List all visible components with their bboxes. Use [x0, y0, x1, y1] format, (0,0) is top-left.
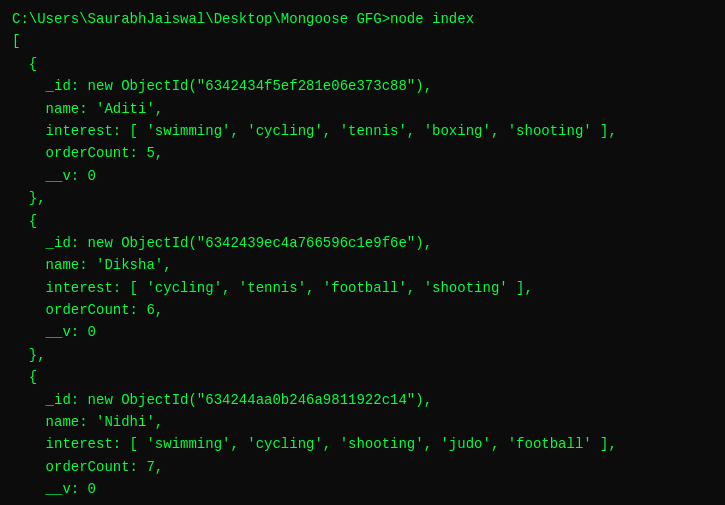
record-1-id: _id: new ObjectId("6342434f5ef281e06e373…	[12, 75, 713, 97]
record-1-v: __v: 0	[12, 165, 713, 187]
record-3-open: {	[12, 366, 713, 388]
record-2-id: _id: new ObjectId("6342439ec4a766596c1e9…	[12, 232, 713, 254]
record-2-interest: interest: [ 'cycling', 'tennis', 'footba…	[12, 277, 713, 299]
record-1-close: },	[12, 187, 713, 209]
record-2-name: name: 'Diksha',	[12, 254, 713, 276]
record-2-close: },	[12, 344, 713, 366]
record-3-v: __v: 0	[12, 478, 713, 500]
record-3-id: _id: new ObjectId("634244aa0b246a9811922…	[12, 389, 713, 411]
record-1-name: name: 'Aditi',	[12, 98, 713, 120]
record-2-ordercount: orderCount: 6,	[12, 299, 713, 321]
terminal-window: C:\Users\SaurabhJaiswal\Desktop\Mongoose…	[12, 8, 713, 497]
record-3-ordercount: orderCount: 7,	[12, 456, 713, 478]
record-1-interest: interest: [ 'swimming', 'cycling', 'tenn…	[12, 120, 713, 142]
open-array-bracket: [	[12, 30, 713, 52]
record-1-ordercount: orderCount: 5,	[12, 142, 713, 164]
record-2-open: {	[12, 210, 713, 232]
record-2-v: __v: 0	[12, 321, 713, 343]
prompt-line: C:\Users\SaurabhJaiswal\Desktop\Mongoose…	[12, 8, 713, 30]
record-3-interest: interest: [ 'swimming', 'cycling', 'shoo…	[12, 433, 713, 455]
record-1-open: {	[12, 53, 713, 75]
record-3-close: }	[12, 501, 713, 505]
record-3-name: name: 'Nidhi',	[12, 411, 713, 433]
